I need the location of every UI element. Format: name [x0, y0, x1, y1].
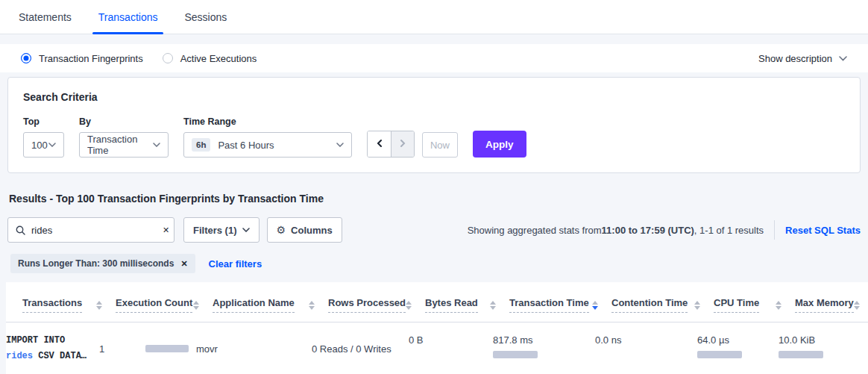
- top-select[interactable]: 100: [23, 132, 64, 158]
- previous-time-window-button[interactable]: [368, 131, 391, 157]
- view-toggle-bar: Transaction Fingerprints Active Executio…: [0, 44, 868, 72]
- time-range-badge: 6h: [192, 138, 210, 152]
- execution-count-bar: [145, 345, 189, 352]
- bytes-read-value: 0 B: [409, 334, 493, 346]
- tab-sessions[interactable]: Sessions: [178, 0, 233, 34]
- next-time-window-button[interactable]: [391, 131, 414, 157]
- application-name-cell: movr: [196, 343, 312, 355]
- chevron-down-icon: [839, 56, 847, 61]
- search-icon: [16, 225, 25, 235]
- stats-range: 11:00 to 17:59 (UTC): [602, 225, 694, 236]
- stats-suffix: , 1-1 of 1 results: [694, 225, 764, 236]
- by-select[interactable]: Transaction Time: [79, 132, 169, 158]
- radio-label: Transaction Fingerprints: [39, 53, 143, 64]
- show-description-toggle[interactable]: Show description: [758, 53, 847, 64]
- column-header-rows-processed[interactable]: Rows Processed: [328, 290, 425, 322]
- transaction-time-value: 817.8 ms: [493, 334, 595, 346]
- apply-button[interactable]: Apply: [473, 131, 526, 158]
- column-header-execution-count[interactable]: Execution Count: [116, 290, 213, 322]
- search-input[interactable]: [31, 225, 163, 236]
- sort-icon[interactable]: [193, 301, 199, 310]
- time-range-nav: [367, 131, 415, 158]
- search-criteria-title: Search Criteria: [23, 91, 845, 103]
- remove-filter-icon[interactable]: ✕: [180, 259, 187, 269]
- radio-active-executions[interactable]: Active Executions: [163, 53, 257, 64]
- by-label: By: [79, 116, 169, 127]
- filters-button[interactable]: Filters (1): [183, 217, 260, 243]
- column-header-transactions[interactable]: Transactions: [22, 290, 116, 322]
- transaction-time-bar: [493, 351, 538, 358]
- radio-selected-icon[interactable]: [21, 53, 31, 63]
- sort-icon[interactable]: [694, 301, 700, 310]
- sort-icon-active-desc[interactable]: [592, 301, 598, 310]
- column-header-cpu-time[interactable]: CPU Time: [714, 290, 795, 322]
- now-button[interactable]: Now: [422, 132, 458, 158]
- gear-icon: ⚙: [277, 224, 286, 236]
- execution-count-value: 1: [99, 343, 104, 355]
- top-label: Top: [23, 116, 64, 127]
- by-select-value: Transaction Time: [87, 134, 153, 156]
- max-memory-bar: [779, 351, 823, 358]
- transaction-statement-line1: IMPORT INTO: [6, 333, 99, 349]
- vertical-divider: [774, 220, 775, 240]
- max-memory-value: 10.0 KiB: [779, 334, 868, 346]
- chevron-right-icon: [398, 139, 407, 150]
- chevron-down-icon: [48, 143, 56, 147]
- radio-transaction-fingerprints[interactable]: Transaction Fingerprints: [21, 53, 143, 64]
- radio-label: Active Executions: [180, 53, 257, 64]
- search-box[interactable]: ✕: [7, 217, 174, 243]
- cpu-time-bar: [697, 351, 742, 358]
- tab-transactions[interactable]: Transactions: [92, 0, 164, 34]
- max-memory-cell: 10.0 KiB: [779, 333, 868, 358]
- table-header-row: Transactions Execution Count Application…: [6, 290, 868, 322]
- search-criteria-panel: Search Criteria Top 100 By Transaction T…: [7, 77, 861, 173]
- transaction-table-link[interactable]: rides: [6, 351, 33, 361]
- rows-processed-cell: 0 Reads / 0 Writes: [312, 343, 409, 355]
- time-range-label: Time Range: [183, 116, 352, 127]
- transaction-time-cell: 817.8 ms: [493, 333, 595, 358]
- column-header-bytes-read[interactable]: Bytes Read: [425, 290, 509, 322]
- clear-search-icon[interactable]: ✕: [163, 225, 169, 235]
- results-table-panel: Transactions Execution Count Application…: [6, 282, 868, 374]
- radio-unselected-icon[interactable]: [163, 53, 173, 63]
- chevron-down-icon: [242, 228, 250, 232]
- cpu-time-cell: 64.0 µs: [697, 333, 779, 358]
- clear-filters-link[interactable]: Clear filters: [209, 258, 262, 269]
- transaction-statement-rest: CSV DATA…: [33, 351, 87, 361]
- transaction-fingerprint-cell[interactable]: IMPORT INTO rides CSV DATA…: [6, 333, 99, 364]
- sort-icon[interactable]: [854, 301, 860, 310]
- filter-pill-runs-longer-than[interactable]: Runs Longer Than: 300 milliseconds ✕: [10, 254, 195, 273]
- columns-label: Columns: [291, 225, 333, 236]
- table-row: IMPORT INTO rides CSV DATA… 1 movr 0 Rea…: [6, 322, 868, 374]
- bytes-read-cell: 0 B: [409, 333, 493, 346]
- top-select-value: 100: [31, 140, 48, 151]
- column-header-transaction-time[interactable]: Transaction Time: [509, 290, 611, 322]
- sort-icon[interactable]: [96, 301, 102, 310]
- transaction-statement-line2: rides CSV DATA…: [6, 349, 99, 364]
- active-filters-row: Runs Longer Than: 300 milliseconds ✕ Cle…: [10, 254, 861, 273]
- sort-icon[interactable]: [490, 301, 496, 310]
- stats-prefix: Showing aggregated stats from: [468, 225, 602, 236]
- column-header-application-name[interactable]: Application Name: [213, 290, 328, 322]
- execution-count-cell: 1: [99, 343, 196, 355]
- results-toolbar: ✕ Filters (1) ⚙ Columns Showing aggregat…: [7, 217, 861, 243]
- page-tabbar: Statements Transactions Sessions: [0, 0, 868, 34]
- sort-icon[interactable]: [776, 301, 781, 310]
- aggregated-stats-text: Showing aggregated stats from 11:00 to 1…: [468, 225, 764, 236]
- tab-statements[interactable]: Statements: [13, 0, 78, 34]
- chevron-left-icon: [375, 139, 384, 150]
- sort-icon[interactable]: [309, 301, 315, 310]
- time-range-select[interactable]: 6h Past 6 Hours: [183, 132, 352, 158]
- columns-button[interactable]: ⚙ Columns: [267, 217, 342, 243]
- reset-sql-stats-link[interactable]: Reset SQL Stats: [785, 225, 861, 236]
- chevron-down-icon: [336, 143, 344, 147]
- column-header-contention-time[interactable]: Contention Time: [611, 290, 714, 322]
- chevron-down-icon: [153, 143, 160, 147]
- show-description-label: Show description: [758, 53, 832, 64]
- filters-label: Filters (1): [193, 225, 237, 236]
- results-heading: Results - Top 100 Transaction Fingerprin…: [9, 193, 859, 205]
- cpu-time-value: 64.0 µs: [697, 334, 779, 346]
- column-header-max-memory[interactable]: Max Memory: [795, 290, 868, 322]
- time-range-value: Past 6 Hours: [218, 140, 274, 151]
- sort-icon[interactable]: [406, 301, 412, 310]
